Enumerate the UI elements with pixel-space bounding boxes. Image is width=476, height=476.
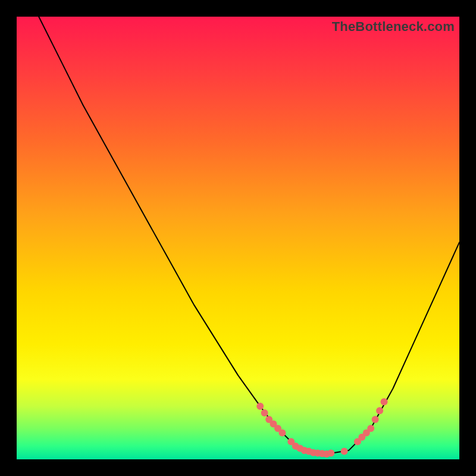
highlight-dot [278,429,286,436]
highlight-dot [372,416,379,423]
highlight-dot [327,450,334,457]
highlight-dot [256,403,264,410]
plot-area: TheBottleneck.com [17,17,459,459]
highlight-dots-group [256,398,387,458]
chart-frame: TheBottleneck.com [0,0,476,476]
chart-svg [17,17,459,459]
highlight-dot [376,407,383,414]
highlight-dot [341,448,348,455]
highlight-dot [261,409,268,416]
highlight-dot [367,425,374,432]
bottleneck-curve [39,17,459,454]
highlight-dot [381,398,388,405]
